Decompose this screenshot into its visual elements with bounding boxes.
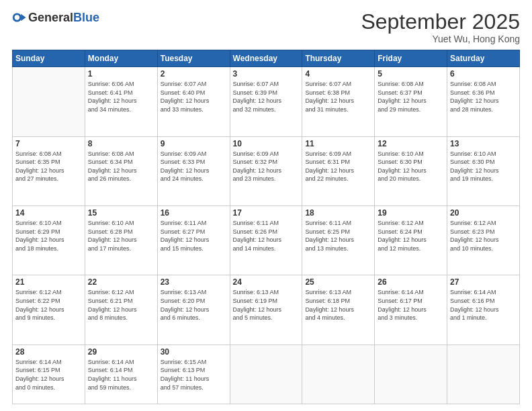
day-number: 1 — [88, 69, 154, 79]
logo-icon — [12, 10, 27, 25]
calendar-cell: 7Sunrise: 6:08 AM Sunset: 6:35 PM Daylig… — [13, 136, 85, 205]
day-info: Sunrise: 6:09 AM Sunset: 6:31 PM Dayligh… — [305, 150, 371, 183]
day-info: Sunrise: 6:07 AM Sunset: 6:39 PM Dayligh… — [233, 80, 300, 113]
calendar-cell: 16Sunrise: 6:11 AM Sunset: 6:27 PM Dayli… — [157, 206, 230, 275]
calendar-row-4: 28Sunrise: 6:14 AM Sunset: 6:15 PM Dayli… — [13, 345, 520, 404]
weekday-header-wednesday: Wednesday — [230, 50, 302, 67]
day-number: 8 — [88, 139, 154, 148]
day-info: Sunrise: 6:06 AM Sunset: 6:41 PM Dayligh… — [88, 80, 154, 113]
calendar-cell: 13Sunrise: 6:10 AM Sunset: 6:30 PM Dayli… — [447, 136, 520, 205]
calendar-cell: 1Sunrise: 6:06 AM Sunset: 6:41 PM Daylig… — [85, 67, 157, 136]
calendar-row-0: 1Sunrise: 6:06 AM Sunset: 6:41 PM Daylig… — [13, 67, 520, 136]
day-number: 26 — [378, 277, 444, 287]
calendar-cell: 17Sunrise: 6:11 AM Sunset: 6:26 PM Dayli… — [230, 206, 302, 275]
day-info: Sunrise: 6:14 AM Sunset: 6:15 PM Dayligh… — [15, 358, 82, 392]
day-info: Sunrise: 6:12 AM Sunset: 6:23 PM Dayligh… — [450, 219, 517, 253]
day-number: 2 — [161, 69, 227, 79]
calendar-cell — [230, 345, 302, 404]
day-info: Sunrise: 6:13 AM Sunset: 6:18 PM Dayligh… — [305, 288, 371, 322]
day-number: 24 — [233, 277, 300, 287]
day-number: 28 — [15, 347, 82, 357]
logo-general: General — [28, 11, 73, 24]
calendar-cell: 14Sunrise: 6:10 AM Sunset: 6:29 PM Dayli… — [13, 206, 85, 275]
calendar-cell: 6Sunrise: 6:08 AM Sunset: 6:36 PM Daylig… — [447, 67, 520, 136]
calendar-cell: 20Sunrise: 6:12 AM Sunset: 6:23 PM Dayli… — [447, 206, 520, 275]
calendar-cell: 8Sunrise: 6:08 AM Sunset: 6:34 PM Daylig… — [85, 136, 157, 205]
calendar-header-row: SundayMondayTuesdayWednesdayThursdayFrid… — [13, 50, 520, 67]
day-number: 11 — [305, 139, 371, 148]
day-number: 12 — [378, 139, 444, 148]
day-number: 23 — [161, 277, 227, 287]
day-number: 18 — [305, 208, 371, 218]
calendar-cell: 22Sunrise: 6:12 AM Sunset: 6:21 PM Dayli… — [85, 275, 157, 345]
calendar-cell: 15Sunrise: 6:10 AM Sunset: 6:28 PM Dayli… — [85, 206, 157, 275]
day-number: 7 — [15, 139, 82, 148]
calendar-cell — [13, 67, 85, 136]
subtitle: Yuet Wu, Hong Kong — [361, 34, 520, 44]
day-number: 14 — [15, 208, 82, 218]
day-number: 20 — [450, 208, 517, 218]
calendar-cell: 12Sunrise: 6:10 AM Sunset: 6:30 PM Dayli… — [375, 136, 447, 205]
calendar-cell — [447, 345, 520, 404]
day-number: 3 — [233, 69, 300, 79]
day-info: Sunrise: 6:09 AM Sunset: 6:32 PM Dayligh… — [233, 150, 300, 183]
day-info: Sunrise: 6:10 AM Sunset: 6:30 PM Dayligh… — [378, 150, 444, 183]
calendar-cell: 28Sunrise: 6:14 AM Sunset: 6:15 PM Dayli… — [13, 345, 85, 404]
calendar-cell: 4Sunrise: 6:07 AM Sunset: 6:38 PM Daylig… — [302, 67, 375, 136]
calendar-cell: 27Sunrise: 6:14 AM Sunset: 6:16 PM Dayli… — [447, 275, 520, 345]
day-number: 30 — [161, 347, 227, 357]
calendar-cell: 19Sunrise: 6:12 AM Sunset: 6:24 PM Dayli… — [375, 206, 447, 275]
calendar-cell: 26Sunrise: 6:14 AM Sunset: 6:17 PM Dayli… — [375, 275, 447, 345]
header: GeneralBlue September 2025 Yuet Wu, Hong… — [12, 10, 520, 44]
weekday-header-tuesday: Tuesday — [157, 50, 230, 67]
day-info: Sunrise: 6:08 AM Sunset: 6:37 PM Dayligh… — [378, 80, 444, 113]
day-info: Sunrise: 6:10 AM Sunset: 6:30 PM Dayligh… — [450, 150, 517, 183]
day-info: Sunrise: 6:08 AM Sunset: 6:35 PM Dayligh… — [15, 150, 82, 183]
day-number: 22 — [88, 277, 154, 287]
svg-point-1 — [15, 15, 19, 19]
day-info: Sunrise: 6:10 AM Sunset: 6:28 PM Dayligh… — [88, 219, 154, 253]
day-number: 5 — [378, 69, 444, 79]
calendar-row-2: 14Sunrise: 6:10 AM Sunset: 6:29 PM Dayli… — [13, 206, 520, 275]
day-info: Sunrise: 6:14 AM Sunset: 6:14 PM Dayligh… — [88, 358, 154, 392]
month-title: September 2025 — [361, 10, 520, 34]
weekday-header-thursday: Thursday — [302, 50, 375, 67]
day-number: 10 — [233, 139, 300, 148]
day-number: 25 — [305, 277, 371, 287]
logo: GeneralBlue — [12, 10, 99, 25]
day-number: 17 — [233, 208, 300, 218]
day-info: Sunrise: 6:07 AM Sunset: 6:40 PM Dayligh… — [161, 80, 227, 113]
calendar-cell: 3Sunrise: 6:07 AM Sunset: 6:39 PM Daylig… — [230, 67, 302, 136]
day-info: Sunrise: 6:12 AM Sunset: 6:21 PM Dayligh… — [88, 288, 154, 322]
logo-area: GeneralBlue — [12, 10, 99, 25]
day-number: 6 — [450, 69, 517, 79]
day-number: 13 — [450, 139, 517, 148]
calendar-cell — [375, 345, 447, 404]
day-number: 29 — [88, 347, 154, 357]
day-number: 21 — [15, 277, 82, 287]
calendar-row-3: 21Sunrise: 6:12 AM Sunset: 6:22 PM Dayli… — [13, 275, 520, 345]
calendar-cell: 9Sunrise: 6:09 AM Sunset: 6:33 PM Daylig… — [157, 136, 230, 205]
calendar-cell: 5Sunrise: 6:08 AM Sunset: 6:37 PM Daylig… — [375, 67, 447, 136]
weekday-header-saturday: Saturday — [447, 50, 520, 67]
day-number: 9 — [161, 139, 227, 148]
day-info: Sunrise: 6:07 AM Sunset: 6:38 PM Dayligh… — [305, 80, 371, 113]
day-number: 15 — [88, 208, 154, 218]
title-area: September 2025 Yuet Wu, Hong Kong — [361, 10, 520, 44]
calendar-cell: 29Sunrise: 6:14 AM Sunset: 6:14 PM Dayli… — [85, 345, 157, 404]
day-info: Sunrise: 6:09 AM Sunset: 6:33 PM Dayligh… — [161, 150, 227, 183]
calendar-cell: 24Sunrise: 6:13 AM Sunset: 6:19 PM Dayli… — [230, 275, 302, 345]
svg-marker-2 — [21, 14, 26, 21]
day-number: 16 — [161, 208, 227, 218]
calendar-cell: 2Sunrise: 6:07 AM Sunset: 6:40 PM Daylig… — [157, 67, 230, 136]
day-info: Sunrise: 6:14 AM Sunset: 6:16 PM Dayligh… — [450, 288, 517, 322]
day-info: Sunrise: 6:13 AM Sunset: 6:19 PM Dayligh… — [233, 288, 300, 322]
day-info: Sunrise: 6:08 AM Sunset: 6:36 PM Dayligh… — [450, 80, 517, 113]
day-info: Sunrise: 6:11 AM Sunset: 6:25 PM Dayligh… — [305, 219, 371, 253]
calendar-cell: 23Sunrise: 6:13 AM Sunset: 6:20 PM Dayli… — [157, 275, 230, 345]
day-number: 4 — [305, 69, 371, 79]
calendar-row-1: 7Sunrise: 6:08 AM Sunset: 6:35 PM Daylig… — [13, 136, 520, 205]
day-info: Sunrise: 6:11 AM Sunset: 6:27 PM Dayligh… — [161, 219, 227, 253]
day-number: 19 — [378, 208, 444, 218]
weekday-header-sunday: Sunday — [13, 50, 85, 67]
